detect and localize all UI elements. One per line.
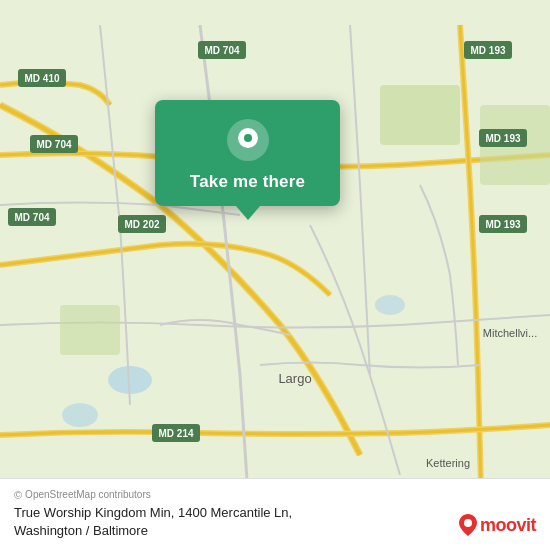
moovit-brand-text: moovit <box>480 515 536 536</box>
svg-text:MD 704: MD 704 <box>36 139 71 150</box>
svg-text:MD 193: MD 193 <box>485 133 520 144</box>
address-row: True Worship Kingdom Min, 1400 Mercantil… <box>14 504 536 540</box>
svg-text:MD 193: MD 193 <box>485 219 520 230</box>
svg-text:MD 410: MD 410 <box>24 73 59 84</box>
copyright-symbol: © <box>14 489 22 501</box>
svg-text:MD 704: MD 704 <box>14 212 49 223</box>
address-line2: Washington / Baltimore <box>14 523 148 538</box>
svg-text:MD 704: MD 704 <box>204 45 239 56</box>
svg-text:Mitchellvi...: Mitchellvi... <box>483 327 537 339</box>
svg-point-3 <box>375 295 405 315</box>
take-me-there-button[interactable]: Take me there <box>190 172 305 192</box>
map-background: MD 410 MD 704 MD 704 MD 704 MD 202 MD 19… <box>0 0 550 550</box>
copyright-row: © OpenStreetMap contributors <box>14 489 536 501</box>
location-pin-icon <box>226 118 270 162</box>
copyright-text: OpenStreetMap contributors <box>25 489 151 500</box>
svg-text:Largo: Largo <box>278 371 311 386</box>
address-line1: True Worship Kingdom Min, 1400 Mercantil… <box>14 505 292 520</box>
svg-text:MD 214: MD 214 <box>158 428 193 439</box>
svg-text:MD 193: MD 193 <box>470 45 505 56</box>
svg-rect-4 <box>380 85 460 145</box>
moovit-logo: moovit <box>459 514 536 536</box>
svg-point-2 <box>62 403 98 427</box>
svg-text:MD 202: MD 202 <box>124 219 159 230</box>
svg-point-32 <box>464 519 472 527</box>
svg-point-31 <box>244 134 252 142</box>
moovit-pin-icon <box>459 514 477 536</box>
svg-text:Kettering: Kettering <box>426 457 470 469</box>
map-container: MD 410 MD 704 MD 704 MD 704 MD 202 MD 19… <box>0 0 550 550</box>
svg-rect-6 <box>60 305 120 355</box>
popup-card[interactable]: Take me there <box>155 100 340 206</box>
